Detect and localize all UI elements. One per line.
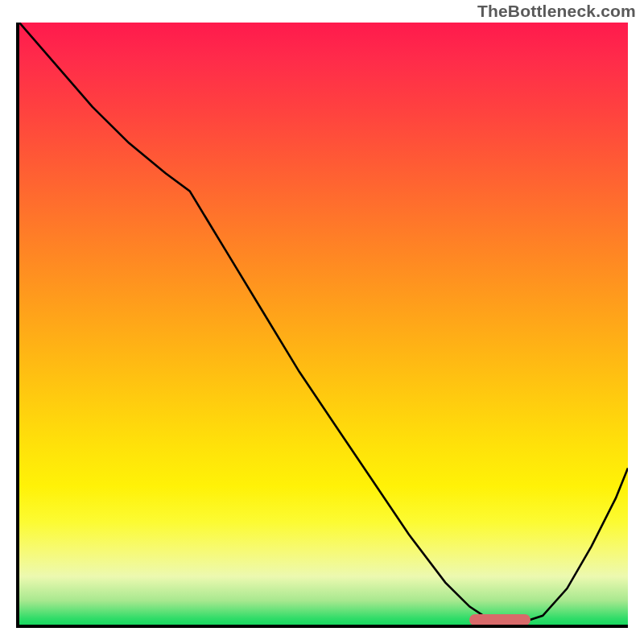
optimal-range-bar [469, 614, 530, 625]
chart-container: TheBottleneck.com [0, 0, 644, 644]
plot-area [19, 23, 628, 625]
watermark-text: TheBottleneck.com [477, 2, 636, 21]
bottleneck-curve [19, 23, 628, 621]
curve-layer [19, 23, 628, 625]
